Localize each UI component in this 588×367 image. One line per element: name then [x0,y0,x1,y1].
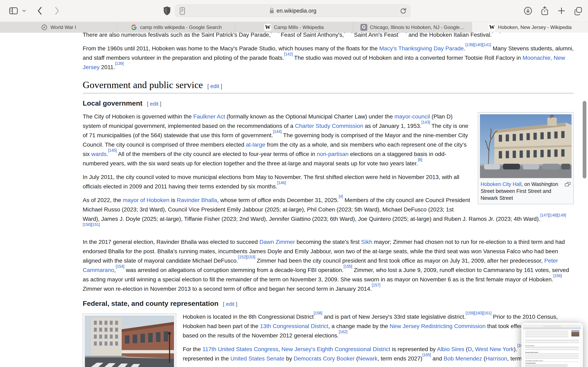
paragraph-festivals: There are also numerous festivals such a… [83,33,574,40]
citation-ref[interactable]: [142] [284,52,293,56]
wiki-link[interactable]: Moonachie, New Jersey [83,55,565,70]
heading-text: Federal, state, and county representatio… [83,300,218,307]
city-hall-caption: Hoboken City Hall, on Washington Street … [480,178,572,202]
citation-ref[interactable]: [160] [474,311,483,315]
wiki-link[interactable]: Newark [358,355,378,362]
citation-ref[interactable]: [139] [465,42,474,47]
citation-ref[interactable]: [145] [108,148,117,152]
wiki-link[interactable]: at-large [246,142,265,148]
citation-ref[interactable]: [135] [270,33,279,33]
wiki-link[interactable]: New Jersey Redistricting Commission [389,323,485,329]
sidebar-dropdown-chevron-icon[interactable] [20,7,28,15]
wiki-link[interactable]: Hoboken City Hall [481,181,521,187]
edit-link[interactable]: edit [226,301,234,307]
citation-ref[interactable]: [162] [339,329,347,334]
subsection-heading-local-government: Local government[edit] [83,99,574,108]
citation-ref[interactable]: [4] [339,194,343,199]
citation-ref[interactable]: [148] [549,213,557,217]
citation-ref[interactable]: [150] [83,222,91,227]
heading-text: Local government [83,99,143,107]
wiki-link[interactable]: Cory Booker [323,355,355,362]
citation-ref[interactable]: [138] [492,33,500,33]
url-text: en.wikipedia.org [277,8,316,14]
wiki-link[interactable]: West New York [475,346,514,352]
tab-world-war-i[interactable]: World War I [0,22,117,33]
citation-ref[interactable]: [139] [115,61,123,66]
wiki-link[interactable]: mayor-council [394,113,430,120]
post-office-image[interactable] [85,316,174,367]
wiki-link[interactable]: Bob Menendez [444,355,482,362]
heading-text: Government and public service [83,80,203,90]
citation-ref[interactable]: [161] [483,311,492,315]
wiki-link[interactable]: 13th Congressional District [260,323,328,329]
citation-ref[interactable]: [147] [540,213,549,217]
reader-view-icon[interactable] [179,7,186,15]
wiki-link[interactable]: United States Senate [231,355,285,362]
new-tab-icon[interactable] [556,5,567,17]
google-favicon [130,24,138,31]
city-hall-image[interactable] [480,114,572,178]
page-preview-thumbnail[interactable]: Arts and culture Annual cultural events … [521,323,583,367]
tab-google-maps[interactable]: G Chicago, Illinois to Hoboken, NJ - Goo… [353,22,472,33]
wiki-link[interactable]: Ravinder Bhalla [177,197,217,203]
share-icon[interactable] [539,5,550,17]
wiki-link[interactable]: wards [91,151,107,157]
citation-ref[interactable]: [158] [314,311,322,315]
paragraph-macys: From the 1960s until 2011, Hoboken was h… [83,44,574,72]
wiki-link[interactable]: Macy's Thanksgiving Day Parade [379,45,464,52]
citation-ref[interactable]: [8] [418,157,422,162]
wiki-link[interactable]: Peter Cammarano [83,258,558,273]
wiki-link[interactable]: mayor of Hoboken [123,197,169,203]
wiki-link[interactable]: D [468,346,472,352]
wikipedia-article-viewport[interactable]: There are also numerous festivals such a… [0,33,588,367]
tab-google-search[interactable]: camp mills wikipedia - Google Search [117,22,235,33]
download-icon[interactable] [523,5,533,17]
back-icon[interactable] [35,5,44,17]
edit-link[interactable]: edit [210,83,219,89]
tab-hoboken-active[interactable]: W Hoboken, New Jersey - Wikipedia [472,22,588,33]
citation-ref[interactable]: [156] [553,273,562,278]
wiki-link[interactable]: New Jersey's Eighth Congressional Distri… [282,346,390,352]
wiki-link[interactable]: Dawn Zimmer [259,239,295,245]
thumbnail-post-office: Hoboken Post Office [83,314,176,367]
citation-ref[interactable]: [144] [273,129,282,134]
wiki-link[interactable]: Charter Study Commission [295,123,363,129]
citation-ref[interactable]: [136] [344,33,352,33]
citation-ref[interactable]: [140] [474,42,483,47]
citation-ref[interactable]: [152] [238,255,247,259]
address-bar[interactable]: en.wikipedia.org [175,4,410,17]
wiki-link[interactable]: non-partisan [317,151,348,157]
wiki-link[interactable]: 117th United States Congress [202,346,278,352]
citation-ref[interactable]: [153] [247,255,255,259]
wiki-link[interactable]: Faulkner Act [193,113,225,120]
mini-heading: Annual cultural events [525,351,579,353]
reload-icon[interactable] [399,7,407,15]
citation-ref[interactable]: [151] [91,222,100,227]
wiki-link[interactable]: Democrats [294,355,321,362]
citation-ref[interactable]: [155] [344,264,352,268]
wiki-link[interactable]: Albio Sires [437,346,464,352]
citation-ref[interactable]: [137] [398,33,407,33]
tab-overview-icon[interactable] [573,5,584,17]
scrollbar-thumb[interactable] [583,101,586,178]
edit-section: [edit] [223,301,237,307]
enlarge-icon[interactable] [565,182,571,188]
forward-icon[interactable] [53,5,62,17]
citation-ref[interactable]: [157] [372,283,380,287]
privacy-shield-icon[interactable] [161,5,173,17]
citation-ref[interactable]: [141] [483,42,491,47]
edit-link[interactable]: edit [150,101,158,107]
citation-ref[interactable]: [159] [466,311,474,315]
browser-toolbar: en.wikipedia.org [0,0,588,22]
citation-ref[interactable]: [154] [116,264,124,268]
citation-ref[interactable]: [143] [421,120,430,124]
citation-ref[interactable]: [146] [277,180,286,185]
wiki-link[interactable]: Harrison [485,355,507,362]
wiki-link[interactable]: Sikh [361,239,372,245]
mini-heading: Government and public service [525,360,579,362]
mini-heading: Local government [525,362,579,364]
sidebar-toggle-icon[interactable] [8,5,19,17]
citation-ref[interactable]: [165] [423,352,431,357]
citation-ref[interactable]: [149] [557,213,566,217]
tab-camp-mills[interactable]: W Camp Mills - Wikipedia [235,22,353,33]
